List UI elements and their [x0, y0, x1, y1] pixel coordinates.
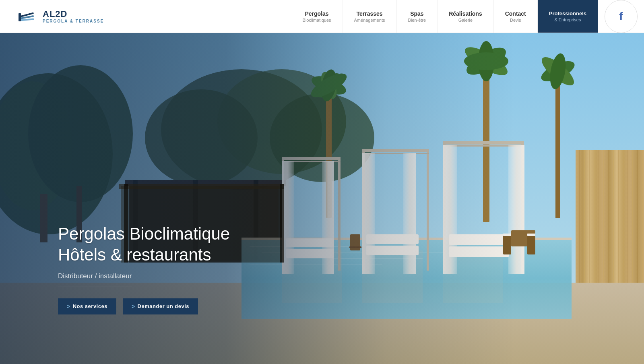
nav-sub-terrasses: Aménagements — [354, 18, 385, 23]
hero-section: Pergolas Bioclimatique Hôtels & restaura… — [0, 33, 644, 364]
svg-rect-4 — [19, 13, 21, 21]
nav-main-professionnels: Professionnels — [549, 10, 586, 17]
nav-sub-professionnels: & Entreprises — [554, 17, 581, 22]
nav-main-terrasses: Terrasses — [356, 10, 382, 17]
devis-btn-arrow: > — [132, 303, 135, 310]
nav-main-pergolas: Pergolas — [305, 10, 328, 17]
services-btn-arrow: > — [67, 303, 70, 310]
logo-area[interactable]: AL2D PERGOLA & TERRASSE — [0, 6, 105, 27]
nav-item-contact[interactable]: Contact Devis — [494, 0, 538, 33]
nav-main-spas: Spas — [410, 10, 423, 17]
nav-item-spas[interactable]: Spas Bien-être — [397, 0, 438, 33]
nav-sub-contact: Devis — [510, 18, 521, 23]
nav-sub-spas: Bien-être — [408, 18, 426, 23]
nav-main-contact: Contact — [505, 10, 526, 17]
logo-subtitle: PERGOLA & TERRASSE — [43, 19, 104, 23]
main-nav: Pergolas Bioclimatiques Terrasses Aménag… — [105, 0, 644, 33]
nav-item-professionnels[interactable]: Professionnels & Entreprises — [538, 0, 598, 33]
nav-item-realisations[interactable]: Réalisations Galerie — [438, 0, 493, 33]
nav-main-realisations: Réalisations — [449, 10, 482, 17]
svg-rect-99 — [280, 184, 284, 263]
logo-icon — [16, 6, 37, 27]
hero-subtitle: Distributeur / installateur — [58, 272, 132, 287]
devis-btn-label: Demander un devis — [138, 303, 189, 309]
nav-item-terrasses[interactable]: Terrasses Aménagements — [343, 0, 397, 33]
logo-text: AL2D PERGOLA & TERRASSE — [43, 9, 104, 23]
facebook-button[interactable]: f — [605, 0, 638, 33]
nav-sub-realisations: Galerie — [458, 18, 473, 23]
svg-rect-97 — [119, 184, 284, 189]
facebook-icon: f — [619, 10, 623, 23]
nav-item-pergolas[interactable]: Pergolas Bioclimatiques — [291, 0, 343, 33]
nav-sub-pergolas: Bioclimatiques — [303, 18, 331, 23]
services-btn-label: Nos services — [73, 303, 107, 309]
site-header: AL2D PERGOLA & TERRASSE Pergolas Bioclim… — [0, 0, 644, 33]
services-button[interactable]: > Nos services — [58, 298, 116, 314]
devis-button[interactable]: > Demander un devis — [123, 298, 198, 314]
hero-title: Pergolas Bioclimatique Hôtels & restaura… — [58, 223, 230, 266]
hero-buttons: > Nos services > Demander un devis — [58, 298, 230, 314]
hero-content: Pergolas Bioclimatique Hôtels & restaura… — [58, 223, 230, 314]
logo-brand: AL2D — [43, 9, 104, 19]
